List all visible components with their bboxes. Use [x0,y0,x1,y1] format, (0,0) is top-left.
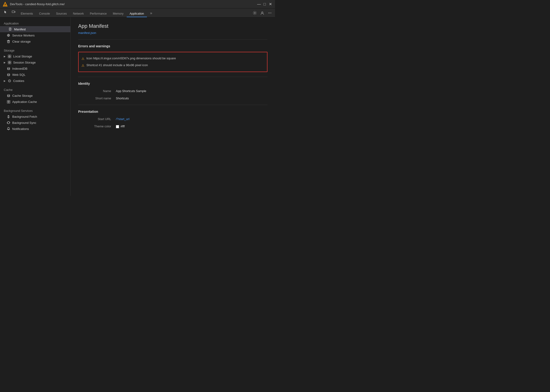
svg-point-5 [254,13,256,14]
clear-storage-icon [7,40,10,43]
svg-rect-31 [7,102,8,103]
tab-cursor-tool[interactable] [2,9,9,16]
error-text-1: Icon https://i.imgur.com/n5DIt7x.png dim… [86,56,176,60]
sidebar-item-background-fetch[interactable]: Background Fetch [0,113,70,119]
local-storage-arrow: ▶ [4,55,6,58]
theme-color-swatch [116,125,119,128]
cache-storage-icon [7,94,10,98]
svg-rect-3 [12,11,14,13]
page-title: App Manifest [78,23,267,29]
svg-rect-16 [8,56,9,58]
cookies-arrow: ▶ [4,80,6,82]
warning-icon-2: ⚠ [82,63,84,67]
sidebar-item-application-cache[interactable]: Application Cache [0,99,70,105]
tab-performance[interactable]: Performance [87,11,110,17]
svg-rect-19 [10,61,11,62]
background-fetch-icon [7,115,10,119]
tabbar-right-actions [251,10,273,17]
sidebar-item-clear-storage[interactable]: Clear storage [0,38,70,44]
manifest-icon [8,27,12,31]
svg-point-8 [270,13,270,14]
divider-1 [78,39,267,40]
indexeddb-icon [7,67,10,70]
svg-point-27 [9,81,9,81]
svg-point-28 [7,94,10,95]
svg-rect-4 [14,11,15,13]
errors-box: ⚠ Icon https://i.imgur.com/n5DIt7x.png d… [78,52,267,72]
sidebar-item-background-sync[interactable]: Background Sync [0,119,70,126]
theme-color-label: Theme color [78,125,116,128]
sidebar-clear-storage-label: Clear storage [12,40,31,43]
tab-sources[interactable]: Sources [53,11,70,17]
session-storage-arrow: ▶ [4,61,6,64]
sidebar-item-web-sql[interactable]: Web SQL [0,72,70,78]
content-area: App Manifest manifest.json Errors and wa… [71,17,275,196]
identity-table: Name App Shortcuts Sample Short name Sho… [78,89,267,100]
svg-point-12 [8,35,9,36]
sidebar-item-service-workers[interactable]: Service Workers [0,32,70,38]
tab-memory[interactable]: Memory [110,11,126,17]
main-layout: Application Manifest Service Workers [0,17,275,196]
tab-bar: Elements Console Sources Network Perform… [0,8,275,17]
close-button[interactable]: ✕ [268,2,272,6]
svg-rect-32 [9,102,10,103]
sidebar-item-indexeddb[interactable]: IndexedDB [0,65,70,72]
application-cache-icon [7,100,10,104]
sidebar-item-manifest[interactable]: Manifest [0,26,70,32]
web-sql-icon [7,73,10,77]
tab-application[interactable]: Application [127,11,147,17]
sidebar-application-cache-label: Application Cache [12,100,37,104]
app-icon [3,2,7,7]
svg-rect-29 [7,100,8,102]
maximize-button[interactable]: □ [263,2,266,6]
tab-console[interactable]: Console [36,11,53,17]
error-row-2: ⚠ Shortcut #1 should include a 96x96 pix… [82,62,264,69]
tab-network[interactable]: Network [70,11,87,17]
svg-rect-20 [8,63,9,64]
svg-point-24 [8,80,11,82]
svg-point-26 [10,81,10,81]
error-text-2: Shortcut #1 should include a 96x96 pixel… [86,63,148,67]
svg-rect-18 [8,61,9,62]
sidebar-item-notifications[interactable]: Notifications [0,126,70,132]
identity-title: Identity [78,82,267,85]
sidebar: Application Manifest Service Workers [0,17,71,196]
more-button[interactable] [266,10,273,16]
name-value: App Shortcuts Sample [116,89,267,93]
short-name-label: Short name [78,97,116,100]
settings-button[interactable] [251,10,258,16]
presentation-title: Presentation [78,110,267,113]
svg-rect-21 [10,63,11,64]
sidebar-item-local-storage[interactable]: ▶ Local Storage [0,53,70,59]
sidebar-cache-storage-label: Cache Storage [12,94,33,98]
divider-2 [78,77,267,77]
tab-more[interactable]: » [147,10,155,17]
window-controls[interactable]: — □ ✕ [257,2,272,6]
theme-color-value: #fff [116,125,267,128]
start-url-link[interactable]: /?start_url [116,117,267,121]
sidebar-manifest-label: Manifest [14,28,26,31]
local-storage-icon [7,54,11,58]
warning-icon-1: ⚠ [82,57,84,61]
sidebar-background-fetch-label: Background Fetch [12,115,37,119]
manifest-json-link[interactable]: manifest.json [78,31,96,35]
divider-3 [78,105,267,105]
session-storage-icon [7,61,11,64]
minimize-button[interactable]: — [257,2,261,6]
user-button[interactable] [259,10,265,16]
svg-rect-17 [10,56,11,58]
sidebar-indexeddb-label: IndexedDB [12,67,27,70]
svg-rect-30 [9,100,10,102]
svg-rect-13 [7,41,9,43]
svg-rect-15 [10,55,11,56]
sidebar-item-session-storage[interactable]: ▶ Session Storage [0,59,70,65]
tab-elements[interactable]: Elements [18,11,36,17]
sidebar-section-cache: Cache [0,86,70,92]
svg-rect-14 [8,55,9,56]
tab-device-tool[interactable] [10,9,17,16]
service-workers-icon [7,34,10,37]
sidebar-item-cache-storage[interactable]: Cache Storage [0,92,70,99]
sidebar-section-application: Application [0,19,70,26]
sidebar-item-cookies[interactable]: ▶ Cookies [0,78,70,84]
start-url-label: Start URL [78,117,116,121]
